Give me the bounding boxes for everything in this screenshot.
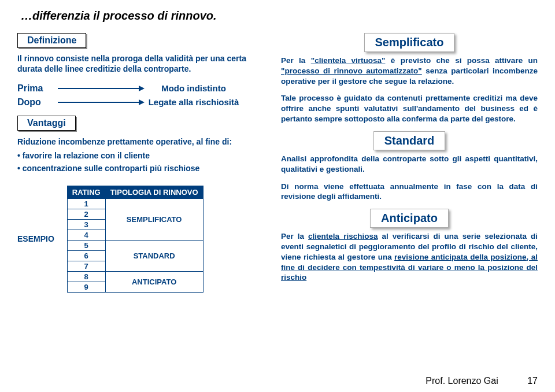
svg-marker-1 bbox=[139, 86, 145, 91]
row-dopo: Dopo Legate alla rischiosità bbox=[17, 97, 266, 108]
standard-p2: Di norma viene effettuata annualmente in… bbox=[281, 182, 538, 202]
text-span: Per la bbox=[281, 56, 311, 65]
standard-p1: Analisi approfondita della controparte s… bbox=[281, 154, 538, 175]
bullet-2: concentrazione sulle controparti più ris… bbox=[17, 164, 266, 173]
standard-label: Standard bbox=[384, 134, 435, 147]
right-column: Semplificato Per la "clientela virtuosa"… bbox=[281, 33, 538, 293]
anticipato-label: Anticipato bbox=[381, 212, 438, 224]
rating-cell: 2 bbox=[67, 209, 105, 219]
tipo-cell-semplificato: SEMPLIFICATO bbox=[105, 198, 203, 240]
footer-author: Prof. Lorenzo Gai bbox=[426, 376, 498, 386]
semplificato-label: Semplificato bbox=[375, 36, 444, 49]
semplificato-p1: Per la "clientela virtuosa" è previsto c… bbox=[281, 56, 538, 86]
definition-label-box: Definizione bbox=[17, 33, 86, 48]
table-header-tipo: TIPOLOGIA DI RINNOVO bbox=[105, 186, 203, 198]
tipo-cell-standard: STANDARD bbox=[105, 240, 203, 271]
rating-cell: 1 bbox=[67, 198, 105, 209]
tipo-cell-anticipato: ANTICIPATO bbox=[105, 271, 203, 292]
rating-cell: 4 bbox=[67, 230, 105, 240]
rating-cell: 5 bbox=[67, 240, 105, 250]
rating-cell: 7 bbox=[67, 261, 105, 271]
rating-cell: 8 bbox=[67, 271, 105, 282]
dopo-value: Legate alla rischiosità bbox=[145, 97, 243, 107]
prima-label: Prima bbox=[17, 83, 58, 94]
arrow-right-icon bbox=[58, 98, 145, 107]
vantaggi-label: Vantaggi bbox=[27, 118, 66, 128]
standard-box: Standard bbox=[373, 131, 446, 150]
rating-cell: 6 bbox=[67, 250, 105, 261]
vantaggi-bullets: favorire la relazione con il cliente con… bbox=[17, 151, 266, 173]
dopo-label: Dopo bbox=[17, 97, 58, 108]
text-underline: "clientela virtuosa" bbox=[311, 56, 386, 65]
rating-cell: 9 bbox=[67, 282, 105, 292]
rating-cell: 3 bbox=[67, 219, 105, 230]
text-underline: clientela rischiosa bbox=[308, 232, 378, 241]
semplificato-p2: Tale processo è guidato da contenuti pre… bbox=[281, 93, 538, 124]
text-span: Per la bbox=[281, 232, 308, 241]
vantaggi-label-box: Vantaggi bbox=[17, 116, 76, 131]
bullet-1: favorire la relazione con il cliente bbox=[17, 151, 266, 160]
anticipato-p1: Per la clientela rischiosa al verificars… bbox=[281, 231, 538, 283]
anticipato-box: Anticipato bbox=[370, 209, 449, 228]
prima-value: Modo indistinto bbox=[145, 83, 243, 93]
esempio-label: ESEMPIO bbox=[17, 234, 54, 243]
vantaggi-text: Riduzione incombenze prettamente operati… bbox=[17, 136, 266, 147]
page-title: …differenzia il processo di rinnovo. bbox=[21, 9, 538, 23]
row-prima: Prima Modo indistinto bbox=[17, 83, 266, 94]
table-header-rating: RATING bbox=[67, 186, 105, 198]
definition-text: Il rinnovo consiste nella proroga della … bbox=[17, 54, 266, 74]
footer-page-number: 17 bbox=[527, 376, 538, 386]
svg-marker-3 bbox=[139, 99, 145, 105]
semplificato-box: Semplificato bbox=[364, 33, 455, 52]
text-underline: "processo di rinnovo automatizzato" bbox=[281, 66, 422, 75]
footer: Prof. Lorenzo Gai 17 bbox=[0, 376, 538, 386]
text-span: è previsto che si possa attivare un bbox=[385, 56, 538, 65]
rating-table: RATING TIPOLOGIA DI RINNOVO 1 SEMPLIFICA… bbox=[67, 186, 204, 293]
definition-label: Definizione bbox=[27, 35, 76, 45]
left-column: Definizione Il rinnovo consiste nella pr… bbox=[17, 33, 266, 293]
arrow-right-icon bbox=[58, 84, 145, 93]
